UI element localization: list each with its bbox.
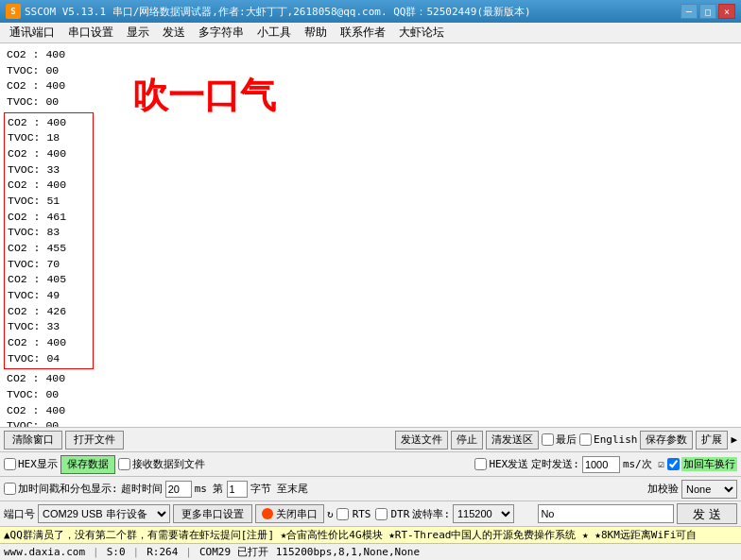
port-label: 端口号 <box>4 507 35 521</box>
open-file-button[interactable]: 打开文件 <box>65 431 124 450</box>
save-params-button[interactable]: 保存参数 <box>640 431 693 450</box>
toolbar-row2: HEX显示 保存数据 接收数据到文件 HEX发送 定时发送: ms/次 ☑ 加回… <box>0 452 741 477</box>
toolbar-row1: 清除窗口 打开文件 发送文件 停止 清发送区 最后 English 保存参数 扩… <box>0 428 741 452</box>
english-checkbox-group: English <box>579 433 637 446</box>
menu-item-帮助[interactable]: 帮助 <box>299 23 333 42</box>
arrow-right: ▶ <box>731 433 737 446</box>
add-return-checkbox[interactable] <box>667 458 680 470</box>
last-checkbox-group: 最后 <box>542 433 577 447</box>
timeout-unit: ms 第 <box>195 482 224 496</box>
last-label: 最后 <box>556 433 577 447</box>
menu-item-发送[interactable]: 发送 <box>157 23 191 42</box>
port-select[interactable]: COM29 USB 串行设备 <box>38 504 170 523</box>
clear-window-button[interactable]: 清除窗口 <box>4 431 62 450</box>
send-button[interactable]: 发 送 <box>677 503 737 524</box>
send-region-button[interactable]: 清发送区 <box>486 431 539 450</box>
receive-to-file-label: 接收数据到文件 <box>132 457 205 471</box>
menu-bar: 通讯端口串口设置显示发送多字符串小工具帮助联系作者大虾论坛 <box>0 23 741 43</box>
status-config: 115200bps,8,1,None,None <box>276 546 420 558</box>
english-checkbox[interactable] <box>579 433 592 446</box>
status-bar: www.daxia.com | S:0 | R:264 | COM29 已打开 … <box>0 543 741 560</box>
blowing-text: 吹一口气 <box>132 72 276 120</box>
dtr-checkbox[interactable] <box>375 508 388 520</box>
check-type-select[interactable]: None CRC8 CRC16 <box>681 480 737 499</box>
timed-unit-label: ms/次 ☑ <box>623 457 664 471</box>
status-port: COM29 已打开 <box>199 545 268 559</box>
maximize-button[interactable]: □ <box>699 4 716 19</box>
hex-display-checkbox[interactable] <box>4 458 16 470</box>
menu-item-显示[interactable]: 显示 <box>121 23 155 42</box>
close-port-label: 关闭串口 <box>276 507 318 521</box>
toolbar-row4: 端口号 COM29 USB 串行设备 更多串口设置 关闭串口 ↻ RTS DTR… <box>0 501 741 526</box>
port-status-icon <box>262 508 273 519</box>
minimize-button[interactable]: ─ <box>681 4 698 19</box>
hex-send-checkbox[interactable] <box>474 458 487 470</box>
refresh-icon[interactable]: ↻ <box>327 508 334 520</box>
timed-interval-input[interactable] <box>582 456 620 473</box>
app-icon: S <box>6 4 21 19</box>
send-input[interactable] <box>538 504 674 523</box>
more-settings-button[interactable]: 更多串口设置 <box>173 504 252 523</box>
menu-item-通讯端口[interactable]: 通讯端口 <box>4 23 60 42</box>
baud-label: 波特率: <box>412 507 450 521</box>
hex-display-group: HEX显示 <box>4 457 58 471</box>
add-return-group: 加回车换行 <box>667 457 737 471</box>
dtr-label: DTR <box>391 508 410 520</box>
expand-button[interactable]: 扩展 <box>696 431 728 450</box>
menu-item-多字符串[interactable]: 多字符串 <box>193 23 250 42</box>
english-label: English <box>594 433 637 446</box>
main-area: CO2 : 400 TVOC: 00 CO2 : 400 TVOC: 00 CO… <box>0 43 741 560</box>
timeout-input[interactable] <box>165 481 192 498</box>
byte-unit: 字节 至末尾 <box>250 482 309 496</box>
data-left-boxed: CO2 : 400 TVOC: 18 CO2 : 400 TVOC: 33 CO… <box>4 112 94 370</box>
title-text: SSCOM V5.13.1 串口/网络数据调试器,作者:大虾丁丁,2618058… <box>25 5 681 19</box>
data-outside-bottom: CO2 : 400 TVOC: 00 CO2 : 400 TVOC: 00 <box>4 369 94 427</box>
add-timestamp-checkbox[interactable] <box>4 483 16 495</box>
add-return-label: 加回车换行 <box>681 457 737 471</box>
hex-send-group: HEX发送 <box>474 457 528 471</box>
receive-to-file-group: 接收数据到文件 <box>118 457 205 471</box>
timeout-label: 超时时间 <box>121 482 163 496</box>
receive-to-file-checkbox[interactable] <box>118 458 130 470</box>
check-label: 加校验 <box>647 482 679 496</box>
data-outside-top: CO2 : 400 TVOC: 00 CO2 : 400 TVOC: 00 <box>4 45 94 112</box>
title-buttons: ─ □ × <box>681 4 735 19</box>
menu-item-大虾论坛[interactable]: 大虾论坛 <box>393 23 450 42</box>
hex-send-label: HEX发送 <box>489 457 528 471</box>
add-timestamp-label: 加时间戳和分包显示: <box>18 482 118 496</box>
stop-button[interactable]: 停止 <box>451 431 483 450</box>
rts-label: RTS <box>353 508 371 520</box>
add-timestamp-group: 加时间戳和分包显示: <box>4 482 118 496</box>
save-data-button[interactable]: 保存数据 <box>60 455 115 474</box>
serial-display[interactable]: CO2 : 400 TVOC: 00 CO2 : 400 TVOC: 00 CO… <box>0 43 741 427</box>
rts-dtr-group: RTS DTR <box>336 508 410 520</box>
baud-select[interactable]: 115200 9600 19200 38400 57600 <box>453 504 514 523</box>
status-s: S:0 <box>107 546 126 558</box>
hex-display-label: HEX显示 <box>18 457 58 471</box>
marquee-text: ▲QQ群满员了，没有第二个群，有需要请在虾坛提问[注册] ★合宙高性价比4G模块… <box>4 529 697 541</box>
title-bar: S SSCOM V5.13.1 串口/网络数据调试器,作者:大虾丁丁,26180… <box>0 0 741 23</box>
toolbar-row3: 加时间戳和分包显示: 超时时间 ms 第 字节 至末尾 加校验 None CRC… <box>0 477 741 501</box>
close-button[interactable]: × <box>718 4 735 19</box>
close-port-button[interactable]: 关闭串口 <box>255 504 324 523</box>
last-checkbox[interactable] <box>542 433 554 446</box>
marquee-area: ▲QQ群满员了，没有第二个群，有需要请在虾坛提问[注册] ★合宙高性价比4G模块… <box>0 526 741 543</box>
rts-checkbox[interactable] <box>336 508 349 520</box>
status-r: R:264 <box>146 546 178 558</box>
menu-item-联系作者[interactable]: 联系作者 <box>335 23 391 42</box>
timed-send-label: 定时发送: <box>531 457 579 471</box>
send-file-button[interactable]: 发送文件 <box>395 431 448 450</box>
menu-item-小工具[interactable]: 小工具 <box>251 23 297 42</box>
status-www: www.daxia.com <box>4 546 85 558</box>
menu-item-串口设置[interactable]: 串口设置 <box>62 23 119 42</box>
bottom-area: 清除窗口 打开文件 发送文件 停止 清发送区 最后 English 保存参数 扩… <box>0 427 741 526</box>
byte-num-input[interactable] <box>227 481 248 498</box>
